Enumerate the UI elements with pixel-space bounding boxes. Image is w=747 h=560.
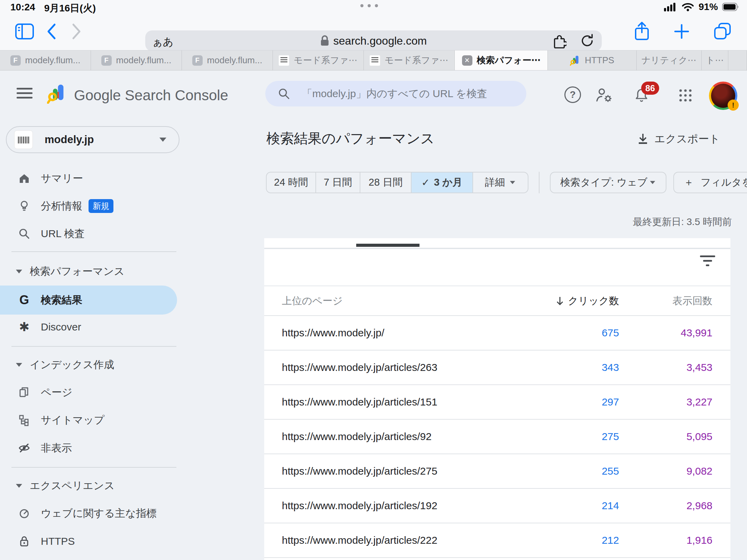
table-row[interactable]: https://www.modely.jp/articles/263 343 3… <box>264 350 730 384</box>
tab-modely-2[interactable]: F modely.flum... <box>91 50 182 70</box>
tab-https[interactable]: HTTPS <box>548 50 637 70</box>
lock-icon <box>17 535 31 548</box>
sidebar-item-https[interactable]: HTTPS <box>0 528 214 555</box>
sidebar-item-url-inspection[interactable]: URL 検査 <box>0 220 214 248</box>
url-text: search.google.com <box>333 35 427 47</box>
property-selector[interactable]: modely.jp <box>6 126 179 153</box>
column-impressions[interactable]: 表示回数 <box>672 286 712 316</box>
avatar[interactable]: ! <box>709 82 737 110</box>
table-row[interactable]: https://www.modely.jp/articles/192 214 2… <box>264 488 730 523</box>
forward-button[interactable] <box>71 23 82 40</box>
gauge-icon <box>17 507 31 520</box>
product-title: Google Search Console <box>74 87 228 104</box>
page-url[interactable]: https://www.modely.jp/articles/92 <box>282 420 432 454</box>
search-console-page: Google Search Console 「modely.jp」内のすべての … <box>0 71 747 560</box>
news-favicon <box>370 55 380 66</box>
section-title: インデックス作成 <box>30 358 114 372</box>
apps-grid-icon[interactable] <box>678 88 693 103</box>
menu-icon[interactable] <box>17 88 33 99</box>
page-url[interactable]: https://www.modely.jp/ <box>282 316 384 350</box>
filter-list-icon[interactable] <box>700 255 715 266</box>
tab-overview-icon[interactable] <box>713 22 732 40</box>
avatar-alert-badge: ! <box>728 100 739 111</box>
extensions-icon[interactable] <box>551 33 566 48</box>
user-settings-icon[interactable] <box>596 87 614 103</box>
search-type-filter[interactable]: 検索タイプ: ウェブ <box>550 172 666 193</box>
section-search-performance[interactable]: 検索パフォーマンス <box>0 258 124 285</box>
sidebar: modely.jp サマリー 分析情報 新規 <box>0 116 264 560</box>
tab-search-performance-active[interactable]: ✕ 検索パフォー⋯ <box>455 50 548 70</box>
page-url[interactable]: https://www.modely.jp/articles/275 <box>282 454 437 488</box>
section-experience[interactable]: エクスペリエンス <box>0 472 115 500</box>
add-filter-button[interactable]: ＋ フィルタを追加 <box>673 172 747 193</box>
tab-modely-3[interactable]: F modely.flum... <box>182 50 273 70</box>
new-tab-icon[interactable] <box>674 24 690 39</box>
range-24h[interactable]: 24 時間 <box>267 172 316 193</box>
column-pages[interactable]: 上位のページ <box>282 286 343 316</box>
sidebar-item-discover[interactable]: ✱ Discover <box>0 313 214 341</box>
page-url[interactable]: https://www.modely.jp/articles/151 <box>282 385 437 419</box>
tab-label: HTTPS <box>585 55 614 66</box>
safari-toolbar: ぁあ search.google.com <box>0 14 747 50</box>
section-indexing[interactable]: インデックス作成 <box>0 351 114 379</box>
table-row[interactable]: https://www.modely.jp/articles/151 297 3… <box>264 384 730 419</box>
address-bar[interactable]: ぁあ search.google.com <box>145 30 602 51</box>
reload-icon[interactable] <box>580 33 595 48</box>
tab-label: modely.flum... <box>25 55 81 66</box>
back-button[interactable] <box>46 23 57 40</box>
clicks-value: 297 <box>602 385 619 419</box>
close-tab-icon[interactable]: ✕ <box>462 55 472 66</box>
check-icon: ✓ <box>421 177 430 188</box>
share-icon[interactable] <box>634 21 650 41</box>
sidebar-item-pages[interactable]: ページ <box>0 379 214 406</box>
tab-analytics[interactable]: ナリティク⋯ <box>637 50 702 70</box>
tab-mode-fashion-1[interactable]: モード系ファ⋯ <box>273 50 364 70</box>
sidebar-item-label: 検索結果 <box>41 293 82 307</box>
range-28d[interactable]: 28 日間 <box>360 172 412 193</box>
sidebar-item-sitemaps[interactable]: サイトマップ <box>0 406 214 434</box>
range-custom[interactable]: 詳細 <box>473 172 528 193</box>
news-favicon <box>279 55 289 66</box>
clicks-value: 343 <box>602 351 619 384</box>
table-row[interactable]: https://www.modely.jp/ 675 43,991 <box>264 315 730 350</box>
sidebar-item-core-web-vitals[interactable]: ウェブに関する主な指標 <box>0 500 214 527</box>
impressions-value: 3,227 <box>686 385 712 419</box>
section-title: 検索パフォーマンス <box>30 264 124 279</box>
page-url[interactable]: https://www.modely.jp/articles/222 <box>282 523 437 557</box>
sidebar-item-insights[interactable]: 分析情報 新規 <box>0 192 214 220</box>
gsc-header: Google Search Console 「modely.jp」内のすべての … <box>0 71 747 116</box>
table-row[interactable]: https://www.modely.jp/articles/222 212 1… <box>264 523 730 557</box>
question-glyph: ? <box>570 89 575 100</box>
clock: 10:24 <box>10 2 35 15</box>
sidebar-item-search-results[interactable]: G 検索結果 <box>0 286 177 315</box>
tab-mode-fashion-2[interactable]: モード系ファ⋯ <box>364 50 455 70</box>
chevron-down-icon <box>159 138 166 142</box>
tab-modely-1[interactable]: F modely.flum... <box>0 50 91 70</box>
chart-card-edge <box>264 238 730 249</box>
page-url[interactable]: https://www.modely.jp/articles/263 <box>282 351 437 384</box>
column-clicks-sorted[interactable]: クリック数 <box>555 286 619 316</box>
divider <box>11 467 176 468</box>
site-favicon: F <box>10 55 21 66</box>
property-name: modely.jp <box>45 133 94 146</box>
safari-chrome: 10:24 9月16日(火) 91% <box>0 0 747 50</box>
sidebar-item-removals[interactable]: 非表示 <box>0 434 214 462</box>
impressions-value: 5,095 <box>686 420 712 454</box>
tab-partial[interactable]: ト⋯ <box>702 50 728 70</box>
multitask-indicator-icon[interactable] <box>360 4 378 7</box>
range-3months-selected[interactable]: ✓ 3 か月 <box>412 172 473 193</box>
search-icon <box>278 87 290 100</box>
search-console-favicon <box>570 55 580 66</box>
divider <box>11 251 176 252</box>
table-row[interactable]: https://www.modely.jp/articles/275 255 9… <box>264 454 730 488</box>
help-icon[interactable]: ? <box>564 86 581 103</box>
url-inspect-search[interactable]: 「modely.jp」内のすべての URL を検査 <box>265 81 526 106</box>
export-button[interactable]: エクスポート <box>637 132 720 146</box>
table-row[interactable]: https://www.modely.jp/articles/92 275 5,… <box>264 419 730 454</box>
notifications-bell-icon[interactable]: 86 <box>634 88 649 104</box>
export-label: エクスポート <box>654 132 720 146</box>
range-7d[interactable]: 7 日間 <box>316 172 360 193</box>
page-url[interactable]: https://www.modely.jp/articles/192 <box>282 489 437 523</box>
sidebar-toggle-icon[interactable] <box>15 24 34 39</box>
sidebar-item-summary[interactable]: サマリー <box>0 165 214 192</box>
